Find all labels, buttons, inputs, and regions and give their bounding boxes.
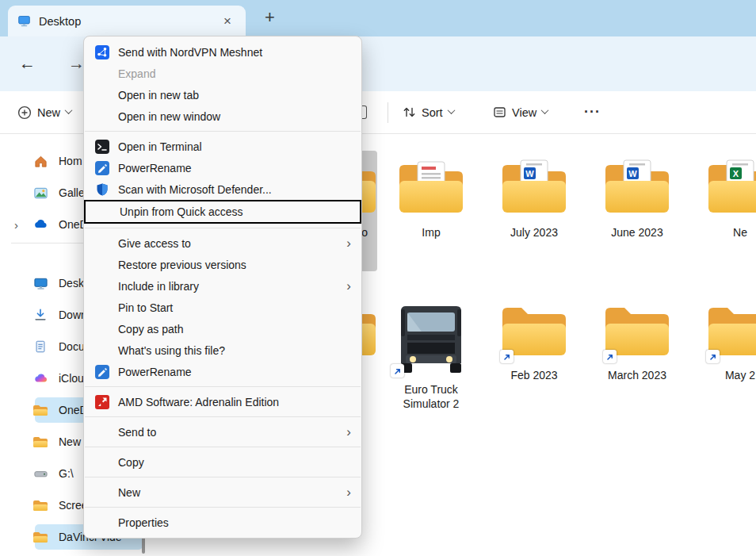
file-item[interactable]: Ne xyxy=(691,151,756,271)
menu-item-amd-software[interactable]: AMD Software: Adrenalin Edition xyxy=(84,391,361,412)
partial-toolbar-icon[interactable] xyxy=(361,91,367,133)
menu-item-powerrename[interactable]: PowerRename xyxy=(84,157,361,178)
menu-item-send-with-nordvpn-meshnet[interactable]: Send with NordVPN Meshnet xyxy=(84,41,361,63)
file-name: March 2023 xyxy=(608,368,666,382)
desktop-tab-icon xyxy=(17,14,31,28)
sort-icon xyxy=(403,105,416,119)
folder-with-document-icon xyxy=(393,155,469,220)
menu-item-whats-using-this-file[interactable]: What's using this file? xyxy=(84,339,361,361)
shortcut-arrow-icon xyxy=(391,364,404,378)
tab-title: Desktop xyxy=(39,15,211,28)
context-menu: Send with NordVPN Meshnet Expand Open in… xyxy=(83,36,362,539)
file-name: Feb 2023 xyxy=(510,368,557,382)
sidebar-item-label: New xyxy=(59,435,81,448)
powerrename-icon xyxy=(94,364,110,380)
file-item[interactable]: May 2 xyxy=(691,293,756,411)
sidebar-item-label: iClou xyxy=(59,372,84,385)
menu-item-unpin-from-quick-access[interactable]: Unpin from Quick access xyxy=(84,200,361,224)
menu-separator xyxy=(85,228,361,228)
menu-item-restore-previous-versions[interactable]: Restore previous versions xyxy=(84,254,361,275)
menu-item-powerrename-2[interactable]: PowerRename xyxy=(84,361,361,382)
file-name: Ne xyxy=(733,225,747,240)
home-icon xyxy=(32,153,49,169)
folder-icon xyxy=(32,529,49,545)
file-item[interactable]: March 2023 xyxy=(588,293,686,411)
folder-icon xyxy=(32,497,49,513)
folder-icon xyxy=(32,434,49,450)
amd-icon xyxy=(94,394,110,410)
view-icon xyxy=(493,105,506,119)
menu-item-label: PowerRename xyxy=(118,366,192,378)
file-item[interactable]: June 2023 xyxy=(588,151,686,271)
file-name: June 2023 xyxy=(611,225,662,240)
menu-item-open-in-new-tab[interactable]: Open in new tab xyxy=(84,84,361,105)
terminal-icon xyxy=(94,139,110,155)
folder-icon xyxy=(599,298,675,363)
desktop-icon xyxy=(32,275,49,291)
downloads-icon xyxy=(32,307,49,323)
onedrive-cloud-icon xyxy=(32,217,49,232)
menu-item-open-in-new-window[interactable]: Open in new window xyxy=(84,105,361,127)
see-more-button[interactable]: ··· xyxy=(584,91,601,133)
submenu-chevron-icon: › xyxy=(346,425,351,439)
menu-item-label: Open in Terminal xyxy=(118,140,202,153)
new-button[interactable]: New xyxy=(17,91,71,133)
menu-item-open-in-terminal[interactable]: Open in Terminal xyxy=(84,136,361,157)
menu-item-label: Send with NordVPN Meshnet xyxy=(118,46,262,59)
file-name: Imp xyxy=(422,225,440,240)
folder-with-excel-doc-icon xyxy=(702,155,756,220)
menu-item-pin-to-start[interactable]: Pin to Start xyxy=(84,297,361,318)
sidebar-item-label: Docu xyxy=(59,340,85,353)
explorer-tab-desktop[interactable]: Desktop × xyxy=(8,6,246,36)
menu-separator xyxy=(85,477,361,477)
menu-item-give-access-to[interactable]: Give access to › xyxy=(84,232,361,254)
folder-icon xyxy=(702,298,756,363)
clipped-icon xyxy=(361,105,367,119)
menu-item-label: PowerRename xyxy=(118,162,192,174)
submenu-chevron-icon: › xyxy=(346,236,351,250)
menu-separator xyxy=(85,131,361,132)
back-icon[interactable]: ← xyxy=(14,52,40,75)
file-name: Euro Truck Simulator 2 xyxy=(383,382,479,411)
menu-item-include-in-library[interactable]: Include in library › xyxy=(84,275,361,297)
menu-item-label: Copy as path xyxy=(118,323,184,336)
menu-item-label: What's using this file? xyxy=(118,344,225,357)
icloud-icon xyxy=(32,370,49,386)
menu-item-scan-with-defender[interactable]: Scan with Microsoft Defender... xyxy=(84,178,361,200)
menu-item-properties[interactable]: Properties xyxy=(84,512,361,533)
new-tab-button[interactable]: + xyxy=(260,9,280,26)
menu-item-label: Give access to xyxy=(118,237,191,250)
plus-circle-icon xyxy=(17,105,32,120)
defender-shield-icon xyxy=(94,182,110,197)
menu-item-copy[interactable]: Copy xyxy=(84,451,361,473)
menu-item-copy-as-path[interactable]: Copy as path xyxy=(84,318,361,339)
folder-icon xyxy=(496,298,572,363)
file-name: o xyxy=(361,225,377,240)
file-name: July 2023 xyxy=(510,225,558,240)
expand-chevron-icon[interactable]: › xyxy=(14,218,32,232)
chevron-down-icon xyxy=(541,106,549,114)
menu-item-label: Open in new tab xyxy=(118,89,199,102)
sidebar-item-label: Hom xyxy=(59,155,82,167)
menu-item-label: Send to xyxy=(118,426,156,439)
menu-item-label: Restore previous versions xyxy=(118,259,246,271)
menu-item-new[interactable]: New › xyxy=(84,481,361,503)
menu-item-label: Include in library xyxy=(118,280,199,293)
sort-button-label: Sort xyxy=(422,106,443,119)
sort-button[interactable]: Sort xyxy=(403,91,454,133)
documents-icon xyxy=(32,339,49,355)
tab-close-icon[interactable]: × xyxy=(219,13,236,29)
menu-item-label: Copy xyxy=(118,456,144,469)
file-item[interactable]: Feb 2023 xyxy=(485,293,583,411)
drive-icon xyxy=(32,466,49,481)
menu-item-send-to[interactable]: Send to › xyxy=(84,421,361,443)
new-button-label: New xyxy=(37,106,60,119)
folder-with-word-doc-icon xyxy=(496,155,572,220)
file-item[interactable]: July 2023 xyxy=(485,151,583,271)
view-button[interactable]: View xyxy=(493,91,548,133)
view-button-label: View xyxy=(512,106,536,119)
file-item[interactable]: Imp xyxy=(382,151,480,271)
menu-item-label: Expand xyxy=(118,67,155,80)
file-item[interactable]: Euro Truck Simulator 2 xyxy=(382,293,480,411)
shortcut-arrow-icon xyxy=(706,350,720,363)
